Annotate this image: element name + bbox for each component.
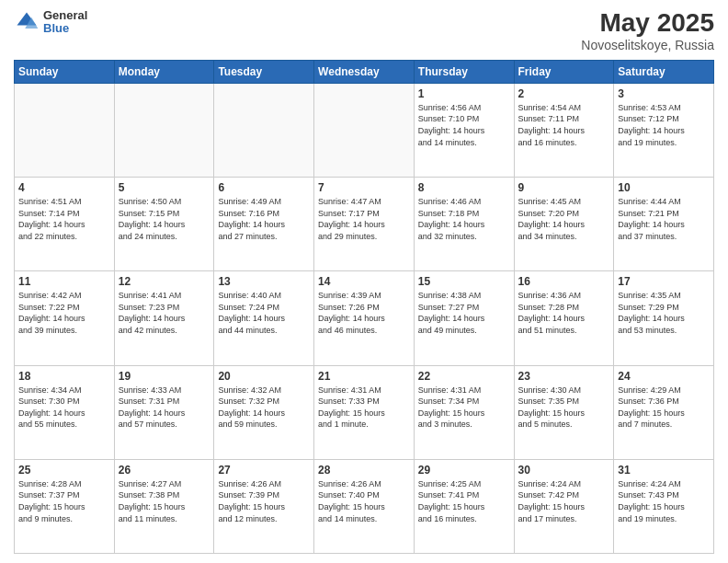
- day-number: 22: [418, 370, 510, 383]
- table-row: 1Sunrise: 4:56 AM Sunset: 7:10 PM Daylig…: [414, 83, 514, 177]
- table-row: 15Sunrise: 4:38 AM Sunset: 7:27 PM Dayli…: [414, 271, 514, 365]
- header: General Blue May 2025 Novoselitskoye, Ru…: [14, 9, 714, 52]
- day-info: Sunrise: 4:46 AM Sunset: 7:18 PM Dayligh…: [418, 196, 510, 242]
- day-info: Sunrise: 4:35 AM Sunset: 7:29 PM Dayligh…: [618, 290, 710, 336]
- table-row: 3Sunrise: 4:53 AM Sunset: 7:12 PM Daylig…: [614, 83, 714, 177]
- day-info: Sunrise: 4:27 AM Sunset: 7:38 PM Dayligh…: [119, 478, 210, 524]
- day-number: 17: [618, 275, 710, 288]
- day-number: 27: [218, 464, 310, 477]
- day-info: Sunrise: 4:34 AM Sunset: 7:30 PM Dayligh…: [18, 385, 110, 431]
- table-row: 6Sunrise: 4:49 AM Sunset: 7:16 PM Daylig…: [214, 178, 314, 271]
- day-number: 16: [518, 275, 610, 288]
- day-number: 26: [119, 464, 210, 477]
- day-number: 12: [119, 275, 210, 288]
- day-info: Sunrise: 4:26 AM Sunset: 7:39 PM Dayligh…: [218, 478, 310, 524]
- col-friday: Friday: [514, 60, 614, 83]
- day-number: 13: [218, 275, 310, 288]
- day-number: 24: [618, 370, 710, 383]
- table-row: 22Sunrise: 4:31 AM Sunset: 7:34 PM Dayli…: [414, 365, 514, 459]
- calendar-table: Sunday Monday Tuesday Wednesday Thursday…: [14, 60, 714, 554]
- day-info: Sunrise: 4:54 AM Sunset: 7:11 PM Dayligh…: [518, 102, 610, 148]
- col-thursday: Thursday: [414, 60, 514, 83]
- calendar-header-row: Sunday Monday Tuesday Wednesday Thursday…: [15, 60, 714, 83]
- day-number: 8: [418, 181, 510, 194]
- table-row: 21Sunrise: 4:31 AM Sunset: 7:33 PM Dayli…: [314, 365, 415, 459]
- day-info: Sunrise: 4:30 AM Sunset: 7:35 PM Dayligh…: [518, 385, 610, 431]
- day-info: Sunrise: 4:47 AM Sunset: 7:17 PM Dayligh…: [318, 196, 410, 242]
- day-info: Sunrise: 4:41 AM Sunset: 7:23 PM Dayligh…: [119, 290, 210, 336]
- table-row: [314, 83, 415, 177]
- day-info: Sunrise: 4:26 AM Sunset: 7:40 PM Dayligh…: [318, 478, 410, 524]
- day-info: Sunrise: 4:56 AM Sunset: 7:10 PM Dayligh…: [418, 102, 510, 148]
- table-row: 8Sunrise: 4:46 AM Sunset: 7:18 PM Daylig…: [414, 178, 514, 271]
- table-row: 2Sunrise: 4:54 AM Sunset: 7:11 PM Daylig…: [514, 83, 614, 177]
- day-info: Sunrise: 4:36 AM Sunset: 7:28 PM Dayligh…: [518, 290, 610, 336]
- title-location: Novoselitskoye, Russia: [581, 38, 714, 52]
- col-saturday: Saturday: [614, 60, 714, 83]
- day-info: Sunrise: 4:42 AM Sunset: 7:22 PM Dayligh…: [18, 290, 110, 336]
- table-row: 27Sunrise: 4:26 AM Sunset: 7:39 PM Dayli…: [214, 459, 314, 553]
- day-info: Sunrise: 4:38 AM Sunset: 7:27 PM Dayligh…: [418, 290, 510, 336]
- day-info: Sunrise: 4:44 AM Sunset: 7:21 PM Dayligh…: [618, 196, 710, 242]
- day-number: 31: [618, 464, 710, 477]
- calendar-week-1: 1Sunrise: 4:56 AM Sunset: 7:10 PM Daylig…: [15, 83, 714, 177]
- table-row: 11Sunrise: 4:42 AM Sunset: 7:22 PM Dayli…: [15, 271, 115, 365]
- logo-icon: [14, 9, 40, 35]
- day-number: 21: [318, 370, 410, 383]
- day-info: Sunrise: 4:32 AM Sunset: 7:32 PM Dayligh…: [218, 385, 310, 431]
- table-row: 31Sunrise: 4:24 AM Sunset: 7:43 PM Dayli…: [614, 459, 714, 553]
- logo-blue-text: Blue: [43, 22, 87, 35]
- day-number: 6: [218, 181, 310, 194]
- day-info: Sunrise: 4:40 AM Sunset: 7:24 PM Dayligh…: [218, 290, 310, 336]
- day-number: 15: [418, 275, 510, 288]
- day-number: 30: [518, 464, 610, 477]
- logo-general-text: General: [43, 9, 87, 22]
- day-number: 5: [119, 181, 210, 194]
- table-row: 29Sunrise: 4:25 AM Sunset: 7:41 PM Dayli…: [414, 459, 514, 553]
- table-row: 28Sunrise: 4:26 AM Sunset: 7:40 PM Dayli…: [314, 459, 415, 553]
- title-block: May 2025 Novoselitskoye, Russia: [581, 9, 714, 52]
- table-row: 23Sunrise: 4:30 AM Sunset: 7:35 PM Dayli…: [514, 365, 614, 459]
- table-row: 26Sunrise: 4:27 AM Sunset: 7:38 PM Dayli…: [114, 459, 214, 553]
- day-number: 28: [318, 464, 410, 477]
- table-row: 4Sunrise: 4:51 AM Sunset: 7:14 PM Daylig…: [15, 178, 115, 271]
- table-row: [214, 83, 314, 177]
- table-row: 13Sunrise: 4:40 AM Sunset: 7:24 PM Dayli…: [214, 271, 314, 365]
- day-number: 18: [18, 370, 110, 383]
- day-info: Sunrise: 4:24 AM Sunset: 7:43 PM Dayligh…: [618, 478, 710, 524]
- table-row: 18Sunrise: 4:34 AM Sunset: 7:30 PM Dayli…: [15, 365, 115, 459]
- day-info: Sunrise: 4:29 AM Sunset: 7:36 PM Dayligh…: [618, 385, 710, 431]
- day-number: 2: [518, 87, 610, 100]
- table-row: 30Sunrise: 4:24 AM Sunset: 7:42 PM Dayli…: [514, 459, 614, 553]
- table-row: 14Sunrise: 4:39 AM Sunset: 7:26 PM Dayli…: [314, 271, 415, 365]
- day-info: Sunrise: 4:50 AM Sunset: 7:15 PM Dayligh…: [119, 196, 210, 242]
- day-number: 29: [418, 464, 510, 477]
- day-info: Sunrise: 4:28 AM Sunset: 7:37 PM Dayligh…: [18, 478, 110, 524]
- day-info: Sunrise: 4:49 AM Sunset: 7:16 PM Dayligh…: [218, 196, 310, 242]
- day-info: Sunrise: 4:31 AM Sunset: 7:33 PM Dayligh…: [318, 385, 410, 431]
- day-info: Sunrise: 4:39 AM Sunset: 7:26 PM Dayligh…: [318, 290, 410, 336]
- title-month: May 2025: [581, 9, 714, 38]
- day-number: 11: [18, 275, 110, 288]
- calendar-week-3: 11Sunrise: 4:42 AM Sunset: 7:22 PM Dayli…: [15, 271, 714, 365]
- day-number: 4: [18, 181, 110, 194]
- table-row: [15, 83, 115, 177]
- day-info: Sunrise: 4:51 AM Sunset: 7:14 PM Dayligh…: [18, 196, 110, 242]
- day-number: 3: [618, 87, 710, 100]
- col-monday: Monday: [114, 60, 214, 83]
- logo-text: General Blue: [43, 9, 87, 36]
- table-row: 16Sunrise: 4:36 AM Sunset: 7:28 PM Dayli…: [514, 271, 614, 365]
- table-row: 20Sunrise: 4:32 AM Sunset: 7:32 PM Dayli…: [214, 365, 314, 459]
- calendar-week-4: 18Sunrise: 4:34 AM Sunset: 7:30 PM Dayli…: [15, 365, 714, 459]
- day-info: Sunrise: 4:31 AM Sunset: 7:34 PM Dayligh…: [418, 385, 510, 431]
- day-number: 20: [218, 370, 310, 383]
- calendar-week-5: 25Sunrise: 4:28 AM Sunset: 7:37 PM Dayli…: [15, 459, 714, 553]
- day-info: Sunrise: 4:33 AM Sunset: 7:31 PM Dayligh…: [119, 385, 210, 431]
- day-info: Sunrise: 4:45 AM Sunset: 7:20 PM Dayligh…: [518, 196, 610, 242]
- col-tuesday: Tuesday: [214, 60, 314, 83]
- day-number: 7: [318, 181, 410, 194]
- table-row: 19Sunrise: 4:33 AM Sunset: 7:31 PM Dayli…: [114, 365, 214, 459]
- page: General Blue May 2025 Novoselitskoye, Ru…: [0, 0, 728, 563]
- table-row: [114, 83, 214, 177]
- day-info: Sunrise: 4:53 AM Sunset: 7:12 PM Dayligh…: [618, 102, 710, 148]
